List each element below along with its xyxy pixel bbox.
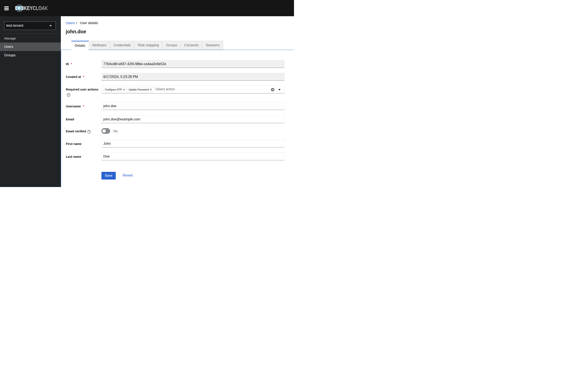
svg-text:KEYCLOAK: KEYCLOAK bbox=[24, 5, 48, 11]
